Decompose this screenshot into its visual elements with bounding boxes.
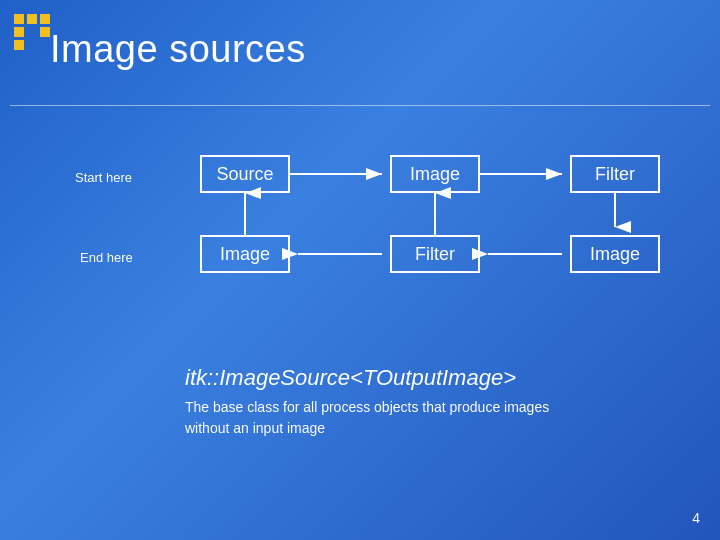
logo-cell [40,14,50,24]
logo-cell [14,14,24,24]
logo-cell [40,40,50,50]
logo-cell [27,14,37,24]
arrows-svg [0,120,720,340]
box-filter1: Filter [570,155,660,193]
class-name: itk::ImageSource<TOutputImage> [185,365,585,391]
page-title: Image sources [50,28,306,71]
logo-cell [14,27,24,37]
description-text: The base class for all process objects t… [185,397,585,439]
logo-cell [40,27,50,37]
logo-cell [27,40,37,50]
logo-cell [27,27,37,37]
box-filter2: Filter [390,235,480,273]
box-image2: Image [200,235,290,273]
label-end: End here [80,250,133,265]
logo-cell [14,40,24,50]
title-divider [10,105,710,106]
diagram-area: Start here End here Source Image Filter … [0,120,720,340]
box-image1: Image [390,155,480,193]
box-image3: Image [570,235,660,273]
box-source: Source [200,155,290,193]
bottom-description: itk::ImageSource<TOutputImage> The base … [185,365,585,439]
page-number: 4 [692,510,700,526]
label-start: Start here [75,170,132,185]
logo-grid [14,14,50,50]
